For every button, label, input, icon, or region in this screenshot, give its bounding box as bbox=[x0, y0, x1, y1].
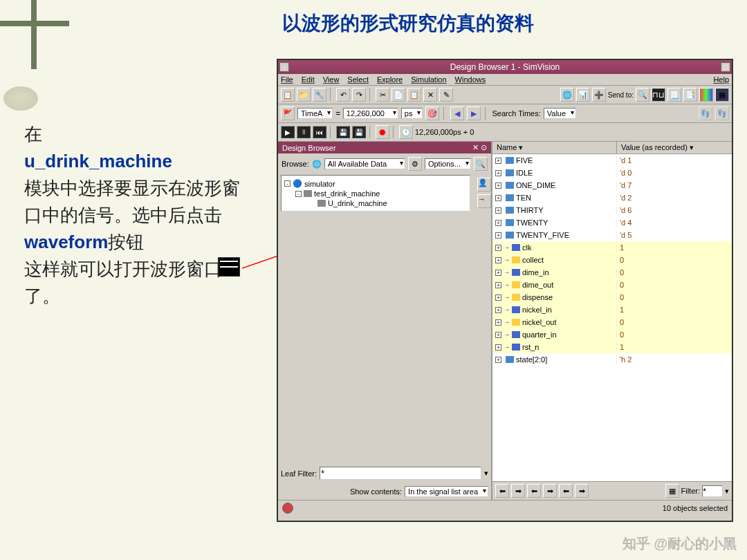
expand-icon[interactable]: + bbox=[495, 282, 501, 288]
footprint-btn[interactable]: 👣 bbox=[699, 106, 712, 120]
time-unit-select[interactable]: ps bbox=[401, 108, 423, 119]
paste-button[interactable]: 📋 bbox=[407, 88, 421, 102]
expand-icon[interactable]: + bbox=[495, 319, 501, 326]
nav-btn[interactable]: ➡ bbox=[575, 484, 589, 498]
signal-row[interactable]: +THIRTY'd 6 bbox=[492, 204, 732, 216]
expand-icon[interactable]: + bbox=[495, 207, 501, 214]
expand-icon[interactable]: + bbox=[495, 295, 501, 301]
tree-item-module[interactable]: U_drink_machine bbox=[284, 198, 467, 208]
side-btn[interactable]: 👤 bbox=[477, 178, 491, 192]
expand-icon[interactable]: + bbox=[495, 220, 501, 226]
time-value-input[interactable]: 12,260,000 bbox=[343, 108, 398, 119]
expand-icon[interactable]: + bbox=[495, 307, 501, 313]
signal-row[interactable]: +IDLE'd 0 bbox=[492, 167, 732, 179]
menu-simulation[interactable]: Simulation bbox=[411, 75, 446, 84]
tool-btn[interactable]: 🌐 bbox=[560, 88, 574, 102]
side-btn[interactable]: → bbox=[477, 194, 491, 208]
sendto-btn[interactable]: ▦ bbox=[715, 88, 729, 102]
signal-row[interactable]: +→clk1 bbox=[492, 241, 732, 254]
menu-file[interactable]: File bbox=[281, 75, 293, 84]
add-button[interactable]: ➕ bbox=[592, 88, 606, 102]
expand-icon[interactable]: + bbox=[495, 158, 501, 164]
panel-controls[interactable]: ✕ ⊙ bbox=[472, 143, 487, 152]
nav-btn[interactable]: ⬅ bbox=[527, 484, 541, 498]
expand-icon[interactable]: + bbox=[495, 245, 501, 251]
expand-icon[interactable]: + bbox=[495, 270, 501, 276]
time-btn[interactable]: 🎯 bbox=[425, 106, 439, 120]
nav-btn[interactable]: ⬅ bbox=[559, 484, 573, 498]
signal-row[interactable]: +→dime_out0 bbox=[492, 279, 732, 291]
expand-icon[interactable]: + bbox=[495, 170, 501, 176]
menu-windows[interactable]: Windows bbox=[455, 75, 486, 84]
tree-item-simulator[interactable]: - 🔵 simulator bbox=[284, 178, 467, 189]
menu-edit[interactable]: Edit bbox=[302, 75, 315, 84]
next-button[interactable]: ▶ bbox=[467, 106, 481, 120]
filter-btn[interactable]: ▦ bbox=[665, 484, 679, 498]
signal-row[interactable]: +→dime_in0 bbox=[492, 266, 732, 279]
hierarchy-tree[interactable]: - 🔵 simulator - test_drink_machine U_dri… bbox=[281, 175, 470, 212]
step-button[interactable]: ⦀ bbox=[297, 126, 311, 138]
cut-button[interactable]: ✂ bbox=[376, 88, 389, 102]
value-column-header[interactable]: Value (as recorded) ▾ bbox=[617, 142, 732, 153]
signal-row[interactable]: +FIVE'd 1 bbox=[492, 154, 732, 167]
show-contents-select[interactable]: In the signal list area bbox=[405, 486, 488, 497]
menu-explore[interactable]: Explore bbox=[377, 75, 403, 84]
options-button[interactable]: Options... bbox=[425, 158, 471, 169]
signal-row[interactable]: +→dispense0 bbox=[492, 291, 732, 304]
flag-button[interactable]: 🚩 bbox=[281, 106, 295, 120]
copy-button[interactable]: 📄 bbox=[391, 88, 405, 102]
expand-icon[interactable]: + bbox=[495, 232, 501, 239]
sendto-btn[interactable] bbox=[699, 88, 713, 102]
dropdown-icon[interactable]: ▾ bbox=[484, 469, 488, 478]
tool-btn[interactable]: 📋 bbox=[281, 88, 295, 102]
titlebar[interactable]: - Design Browser 1 - SimVision □ bbox=[278, 60, 732, 74]
signal-row[interactable]: +→nickel_in1 bbox=[492, 304, 732, 316]
signal-row[interactable]: +TWENTY_FIVE'd 5 bbox=[492, 229, 732, 241]
tree-item-testbench[interactable]: - test_drink_machine bbox=[284, 189, 467, 198]
signal-row[interactable]: +ONE_DIME'd 7 bbox=[492, 179, 732, 192]
footprint-btn[interactable]: 👣 bbox=[715, 106, 729, 120]
dropdown-icon[interactable]: ▾ bbox=[725, 487, 729, 496]
signal-row[interactable]: +state[2:0]'h 2 bbox=[492, 353, 732, 366]
stop-button[interactable]: ⬣ bbox=[376, 125, 389, 139]
expand-icon[interactable]: + bbox=[495, 257, 501, 263]
tool-btn[interactable]: 📁 bbox=[297, 88, 311, 102]
save-button[interactable]: 💾 bbox=[336, 126, 350, 138]
clock-button[interactable]: 🕐 bbox=[399, 125, 413, 139]
menu-view[interactable]: View bbox=[323, 75, 340, 84]
settings-button[interactable]: ⚙ bbox=[408, 157, 422, 171]
signal-row[interactable]: +→collect0 bbox=[492, 254, 732, 266]
expand-icon[interactable]: + bbox=[495, 344, 501, 351]
tool-btn[interactable]: ✎ bbox=[439, 88, 453, 102]
maximize-button[interactable]: □ bbox=[721, 62, 730, 72]
time-marker-select[interactable]: TimeA bbox=[297, 108, 333, 119]
signal-list[interactable]: +FIVE'd 1+IDLE'd 0+ONE_DIME'd 7+TEN'd 2+… bbox=[492, 154, 732, 481]
signal-row[interactable]: +→quarter_in0 bbox=[492, 328, 732, 341]
filter-input[interactable] bbox=[702, 485, 723, 497]
delete-button[interactable]: ✕ bbox=[423, 88, 437, 102]
sendto-btn[interactable]: 🔍 bbox=[636, 88, 649, 102]
save-button[interactable]: 💾 bbox=[352, 126, 366, 138]
menu-select[interactable]: Select bbox=[347, 75, 369, 84]
waveform-button[interactable]: ⊓⊔ bbox=[652, 88, 665, 102]
expand-icon[interactable]: + bbox=[495, 195, 501, 201]
redo-button[interactable]: ↷ bbox=[352, 88, 366, 102]
tool-btn[interactable]: 🔧 bbox=[313, 88, 326, 102]
window-menu-button[interactable]: - bbox=[279, 62, 289, 72]
collapse-icon[interactable]: - bbox=[295, 191, 302, 197]
nav-btn[interactable]: ⬅ bbox=[495, 484, 509, 498]
signal-row[interactable]: +TEN'd 2 bbox=[492, 192, 732, 204]
nav-btn[interactable]: ➡ bbox=[511, 484, 525, 498]
tool-btn[interactable]: 📊 bbox=[576, 88, 590, 102]
leaf-filter-input[interactable] bbox=[320, 467, 481, 480]
signal-row[interactable]: +→rst_n1 bbox=[492, 341, 732, 353]
expand-icon[interactable]: + bbox=[495, 332, 501, 338]
expand-icon[interactable]: + bbox=[495, 357, 501, 363]
play-button[interactable]: ▶ bbox=[281, 126, 295, 138]
signal-row[interactable]: +TWENTY'd 4 bbox=[492, 216, 732, 229]
sendto-btn[interactable]: 📑 bbox=[683, 88, 697, 102]
search-button[interactable]: 🔍 bbox=[474, 157, 488, 171]
nav-btn[interactable]: ➡ bbox=[543, 484, 557, 498]
search-value-select[interactable]: Value bbox=[544, 108, 576, 119]
menu-help[interactable]: Help bbox=[713, 75, 729, 84]
